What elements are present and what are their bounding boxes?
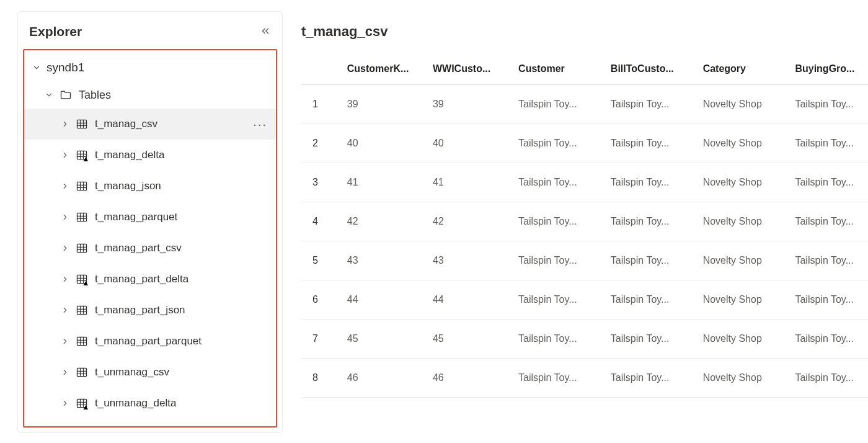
chevron-right-icon[interactable] — [59, 304, 71, 316]
cell: Tailspin Toy... — [512, 85, 604, 124]
table-icon — [75, 148, 89, 162]
cell: Novelty Shop — [697, 280, 789, 320]
cell: Tailspin Toy... — [604, 85, 697, 124]
svg-rect-11 — [78, 182, 87, 190]
svg-rect-21 — [78, 244, 87, 252]
cell: Novelty Shop — [697, 202, 789, 241]
tree-node-table[interactable]: t_manag_part_parquet··· — [24, 326, 276, 357]
sidebar-header: Explorer — [23, 19, 277, 49]
tree-node-label: t_manag_part_json — [95, 304, 276, 316]
tree-node-table[interactable]: t_manag_json··· — [24, 171, 276, 202]
cell: Tailspin Toy... — [789, 124, 868, 163]
cell: Tailspin Toy... — [789, 359, 868, 398]
cell: 42 — [341, 202, 427, 241]
tree-node-table[interactable]: t_unmanag_delta··· — [24, 388, 276, 419]
chevron-right-icon[interactable] — [59, 242, 71, 254]
tables-list: t_manag_csv···t_manag_delta···t_manag_js… — [24, 109, 276, 419]
column-header[interactable]: BillToCusto... — [604, 56, 697, 85]
table-row[interactable]: 24040Tailspin Toy...Tailspin Toy...Novel… — [301, 124, 868, 163]
row-number-header[interactable] — [301, 56, 341, 85]
cell: Tailspin Toy... — [604, 359, 697, 398]
svg-rect-0 — [78, 120, 87, 128]
cell: Tailspin Toy... — [789, 241, 868, 280]
row-number-cell: 7 — [301, 320, 341, 359]
chevron-down-icon[interactable] — [30, 61, 43, 74]
cell: 40 — [341, 124, 427, 163]
cell: 39 — [341, 85, 427, 124]
table-row[interactable]: 64444Tailspin Toy...Tailspin Toy...Novel… — [301, 280, 868, 320]
table-icon — [75, 241, 89, 255]
more-actions-icon[interactable]: ··· — [253, 117, 276, 132]
tree-node-label: t_manag_csv — [95, 118, 253, 130]
cell: Tailspin Toy... — [604, 280, 697, 320]
column-header[interactable]: BuyingGro... — [789, 56, 868, 85]
tree-node-table[interactable]: t_manag_part_json··· — [24, 295, 276, 326]
cell: 39 — [427, 85, 512, 124]
tree-node-database[interactable]: syndb1 — [24, 54, 276, 81]
chevron-right-icon[interactable] — [59, 211, 71, 223]
cell: Novelty Shop — [697, 163, 789, 202]
cell: 44 — [341, 280, 427, 320]
cell: Novelty Shop — [697, 359, 789, 398]
table-row[interactable]: 13939Tailspin Toy...Tailspin Toy...Novel… — [301, 85, 868, 124]
tree-node-table[interactable]: t_unmanag_csv··· — [24, 357, 276, 388]
row-number-cell: 5 — [301, 241, 341, 280]
cell: 40 — [427, 124, 512, 163]
tree-node-label: t_manag_delta — [95, 149, 276, 161]
cell: 43 — [427, 241, 512, 280]
svg-rect-42 — [78, 368, 87, 376]
column-header[interactable]: CustomerK... — [341, 56, 427, 85]
cell: 42 — [427, 202, 512, 241]
table-row[interactable]: 44242Tailspin Toy...Tailspin Toy...Novel… — [301, 202, 868, 241]
cell: Tailspin Toy... — [604, 124, 697, 163]
cell: Tailspin Toy... — [512, 202, 604, 241]
row-number-cell: 2 — [301, 124, 341, 163]
column-header[interactable]: WWICusto... — [427, 56, 512, 85]
cell: Novelty Shop — [697, 124, 789, 163]
svg-rect-5 — [78, 151, 87, 159]
chevron-right-icon[interactable] — [59, 118, 71, 130]
cell: 46 — [427, 359, 512, 398]
cell: Tailspin Toy... — [604, 320, 697, 359]
tree-node-tables-folder[interactable]: Tables — [24, 81, 276, 109]
table-icon — [75, 396, 89, 410]
row-number-cell: 4 — [301, 202, 341, 241]
row-number-cell: 3 — [301, 163, 341, 202]
table-row[interactable]: 74545Tailspin Toy...Tailspin Toy...Novel… — [301, 320, 868, 359]
cell: 41 — [427, 163, 512, 202]
chevron-right-icon[interactable] — [59, 366, 71, 378]
column-header[interactable]: Customer — [512, 56, 604, 85]
cell: Novelty Shop — [697, 241, 789, 280]
column-header[interactable]: Category — [697, 56, 789, 85]
tree-node-table[interactable]: t_manag_part_delta··· — [24, 264, 276, 295]
table-row[interactable]: 84646Tailspin Toy...Tailspin Toy...Novel… — [301, 359, 868, 398]
cell: Novelty Shop — [697, 85, 789, 124]
chevron-right-icon[interactable] — [59, 397, 71, 409]
tree-node-label: t_manag_part_csv — [95, 242, 276, 254]
chevron-right-icon[interactable] — [59, 335, 71, 347]
chevron-down-icon[interactable] — [43, 89, 55, 101]
table-row[interactable]: 54343Tailspin Toy...Tailspin Toy...Novel… — [301, 241, 868, 280]
chevron-right-icon[interactable] — [59, 273, 71, 285]
chevron-right-icon[interactable] — [59, 149, 71, 161]
svg-rect-26 — [78, 275, 87, 283]
table-row[interactable]: 34141Tailspin Toy...Tailspin Toy...Novel… — [301, 163, 868, 202]
cell: Tailspin Toy... — [789, 320, 868, 359]
table-name-heading: t_manag_csv — [301, 24, 868, 40]
cell: Tailspin Toy... — [789, 280, 868, 320]
tree-node-table[interactable]: t_manag_part_csv··· — [24, 233, 276, 264]
tree-node-table[interactable]: t_manag_delta··· — [24, 140, 276, 171]
chevron-right-icon[interactable] — [59, 180, 71, 192]
cell: Tailspin Toy... — [604, 241, 697, 280]
collapse-sidebar-icon[interactable] — [260, 25, 271, 38]
tree-node-table[interactable]: t_manag_csv··· — [24, 109, 276, 140]
explorer-sidebar: Explorer syndb1 Tables t_manag_csv···t_m… — [17, 11, 283, 433]
svg-rect-47 — [78, 399, 87, 407]
cell: 45 — [427, 320, 512, 359]
table-icon — [75, 272, 89, 286]
table-header-row: CustomerK... WWICusto... Customer BillTo… — [301, 56, 868, 85]
row-number-cell: 8 — [301, 359, 341, 398]
cell: Tailspin Toy... — [789, 85, 868, 124]
tree-node-label: t_manag_part_delta — [95, 273, 276, 285]
tree-node-table[interactable]: t_manag_parquet··· — [24, 202, 276, 233]
